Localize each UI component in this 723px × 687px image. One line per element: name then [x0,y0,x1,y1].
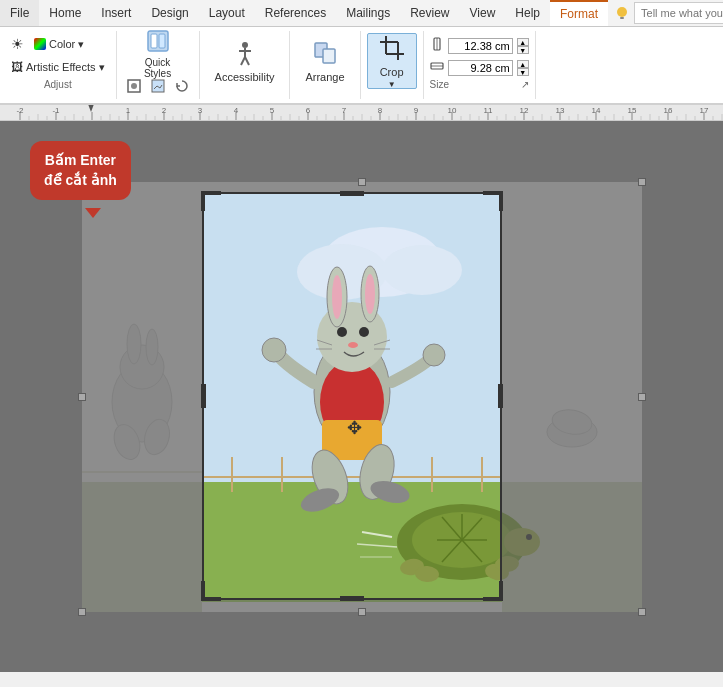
ruler-svg: // Rendered via JS below -2-112345678910… [0,105,723,120]
svg-point-180 [504,528,540,556]
lightbulb-icon [614,5,630,21]
crop-handle-tm[interactable] [340,191,364,196]
width-spinner: ▲ ▼ [517,60,529,76]
tab-review[interactable]: Review [400,0,459,26]
tab-layout[interactable]: Layout [199,0,255,26]
width-input[interactable] [448,60,513,76]
svg-rect-4 [159,34,165,48]
tell-me-input[interactable] [634,2,723,24]
crop-handle-bm[interactable] [340,596,364,601]
resize-handle-bl[interactable] [78,608,86,616]
svg-point-181 [526,534,532,540]
artistic-effects-button[interactable]: 🖼 Artistic Effects ▾ [6,57,110,77]
tab-design[interactable]: Design [141,0,198,26]
height-icon [430,37,444,55]
svg-text:13: 13 [556,106,565,115]
color-icon [34,38,46,50]
compress-button[interactable] [123,77,145,95]
svg-text:2: 2 [162,106,167,115]
resize-handle-bc[interactable] [358,608,366,616]
svg-point-8 [242,42,248,48]
width-down-button[interactable]: ▼ [517,68,529,76]
svg-text:17: 17 [700,106,709,115]
svg-point-0 [617,7,627,17]
svg-rect-1 [620,17,624,19]
width-row: ▲ ▼ [430,59,529,77]
crop-button[interactable]: Crop ▼ [367,33,417,89]
arrange-button[interactable]: Arrange [296,33,353,89]
svg-text:7: 7 [342,106,347,115]
quick-styles-button[interactable]: QuickStyles [123,33,193,75]
svg-rect-7 [152,80,164,92]
image-container[interactable]: ✥ [82,182,642,612]
height-row: ▲ ▼ [430,37,529,55]
svg-text:5: 5 [270,106,275,115]
quick-group: QuickStyles [117,31,200,99]
reset-picture-button[interactable] [171,77,193,95]
tab-references[interactable]: References [255,0,336,26]
tab-mailings[interactable]: Mailings [336,0,400,26]
width-icon [430,59,444,77]
svg-text:15: 15 [628,106,637,115]
ruler: // Rendered via JS below -2-112345678910… [0,105,723,121]
svg-point-131 [127,324,141,364]
color-button[interactable]: Color ▾ [29,35,89,54]
crop-handle-rm[interactable] [498,384,503,408]
height-down-button[interactable]: ▼ [517,46,529,54]
ribbon-content: ☀ Color ▾ 🖼 Artistic Effects ▾ Adjust [0,27,723,104]
crop-icon [378,34,406,64]
corrections-button[interactable]: ☀ [6,33,29,55]
change-picture-icon [151,79,165,93]
crop-handle-bl-v[interactable] [201,581,205,601]
arrange-icon [311,39,339,69]
svg-text:6: 6 [306,106,311,115]
crop-handle-lm[interactable] [201,384,206,408]
tab-file[interactable]: File [0,0,39,26]
size-group: ▲ ▼ ▲ ▼ Size ↗ [424,31,536,99]
tab-format[interactable]: Format [550,0,608,26]
resize-handle-tr[interactable] [638,178,646,186]
svg-text:11: 11 [484,106,493,115]
crop-handle-br-v[interactable] [499,581,503,601]
resize-handle-tc[interactable] [358,178,366,186]
accessibility-icon [231,39,259,69]
tooltip-bubble: Bấm Enter để cắt ảnh [30,141,131,200]
crop-dropdown-arrow: ▼ [388,80,396,89]
width-up-button[interactable]: ▲ [517,60,529,68]
arrange-group: Arrange [290,31,360,99]
adjust-group: ☀ Color ▾ 🖼 Artistic Effects ▾ Adjust [0,31,117,99]
tab-insert[interactable]: Insert [91,0,141,26]
svg-rect-11 [323,49,335,63]
artistic-effects-icon: 🖼 [11,60,23,74]
height-spinner: ▲ ▼ [517,38,529,54]
size-expand-button[interactable]: ↗ [521,79,529,90]
compress-icon [127,79,141,93]
height-input[interactable] [448,38,513,54]
svg-rect-3 [151,34,157,48]
tab-help[interactable]: Help [505,0,550,26]
tab-view[interactable]: View [460,0,506,26]
resize-handle-br[interactable] [638,608,646,616]
resize-handle-mr[interactable] [638,393,646,401]
height-up-button[interactable]: ▲ [517,38,529,46]
size-label: Size ↗ [430,79,529,90]
change-picture-button[interactable] [147,77,169,95]
document-area: Bấm Enter để cắt ảnh [0,121,723,672]
crop-group: Crop ▼ [361,31,424,99]
adjust-row2: 🖼 Artistic Effects ▾ [6,57,110,77]
svg-text:-2: -2 [16,106,24,115]
crop-box[interactable] [202,192,502,600]
svg-text:12: 12 [520,106,529,115]
svg-text:14: 14 [592,106,601,115]
crop-handle-tl-v[interactable] [201,191,205,211]
resize-handle-ml[interactable] [78,393,86,401]
crop-handle-tr-v[interactable] [499,191,503,211]
reset-picture-icon [175,79,189,93]
svg-text:10: 10 [448,106,457,115]
adjust-label: Adjust [44,79,72,90]
svg-text:9: 9 [414,106,419,115]
svg-text:16: 16 [664,106,673,115]
accessibility-button[interactable]: Accessibility [206,33,284,89]
tab-home[interactable]: Home [39,0,91,26]
svg-text:4: 4 [234,106,239,115]
